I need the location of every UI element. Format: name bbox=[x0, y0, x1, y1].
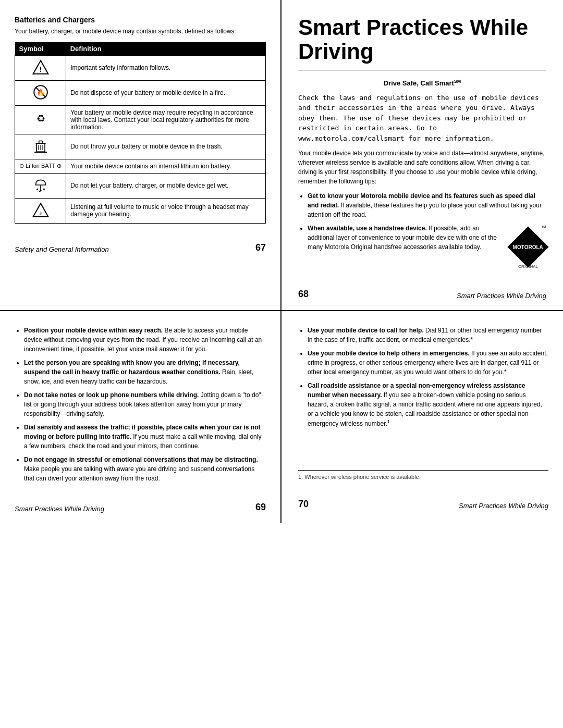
svg-text:♪: ♪ bbox=[39, 209, 42, 216]
definition-cell: Listening at full volume to music or voi… bbox=[66, 198, 266, 223]
handsfree-text: When available, use a handsfree device. … bbox=[308, 224, 505, 252]
batteries-intro: Your battery, charger, or mobile device … bbox=[15, 27, 266, 36]
list-item: Do not engage in stressful or emotional … bbox=[24, 455, 266, 483]
bullets-list: Get to know your Motorola mobile device … bbox=[298, 191, 546, 270]
recycle-icon: ♻ bbox=[32, 110, 49, 127]
svg-point-18 bbox=[43, 188, 44, 190]
hearing-damage-icon: ♪ bbox=[32, 202, 49, 218]
handsfree-row: When available, use a handsfree device. … bbox=[308, 224, 546, 270]
symbol-cell bbox=[15, 134, 66, 159]
symbol-cell: ⊖ Li Ion BATT ⊕ bbox=[15, 159, 66, 173]
body-text: Your mobile device lets you communicate … bbox=[298, 149, 546, 186]
symbol-cell: 🔥 bbox=[15, 80, 66, 105]
bottom-section: Position your mobile device within easy … bbox=[0, 311, 563, 523]
footnote-divider bbox=[298, 470, 548, 471]
batteries-title: Batteries and Chargers bbox=[15, 16, 266, 24]
bottom-left-footer: Smart Practices While Driving 69 bbox=[15, 499, 266, 513]
motorola-diamond: MOTOROLA bbox=[507, 227, 548, 268]
symbols-table: Symbol Definition ! Important safety bbox=[15, 42, 266, 224]
definition-cell: Your mobile device contains an internal … bbox=[66, 159, 266, 173]
svg-text:!: ! bbox=[39, 65, 42, 73]
bottom-right-col: Use your mobile device to call for help.… bbox=[282, 311, 563, 523]
top-right-col: Smart Practices While Driving Drive Safe… bbox=[282, 0, 563, 310]
definition-cell: Do not let your battery, charger, or mob… bbox=[66, 173, 266, 198]
symbol-cell: ♪ bbox=[15, 198, 66, 223]
list-item: Use your mobile device to help others in… bbox=[308, 349, 548, 377]
warning-triangle-icon: ! bbox=[32, 59, 49, 76]
definition-cell: Important safety information follows. bbox=[66, 55, 266, 80]
footer-label-70: Smart Practices While Driving bbox=[459, 502, 548, 510]
no-trash-icon bbox=[32, 138, 49, 154]
page-number: 67 bbox=[255, 242, 266, 253]
list-item: Dial sensibly and assess the traffic; if… bbox=[24, 423, 266, 451]
page-number-70: 70 bbox=[298, 499, 309, 510]
svg-text:🔥: 🔥 bbox=[36, 89, 45, 97]
bottom-bullets-left: Position your mobile device within easy … bbox=[15, 326, 266, 483]
table-row: Do not let your battery, charger, or mob… bbox=[15, 173, 266, 198]
motorola-logo: ™ MOTOROLA ORIGINAL bbox=[510, 224, 546, 270]
list-item: When available, use a handsfree device. … bbox=[308, 224, 546, 270]
svg-point-17 bbox=[40, 190, 41, 191]
svg-point-16 bbox=[36, 188, 38, 190]
table-row: ⊖ Li Ion BATT ⊕ Your mobile device conta… bbox=[15, 159, 266, 173]
footnote-section: 1. Wherever wireless phone service is av… bbox=[298, 470, 548, 480]
definition-cell: Do not dispose of your battery or mobile… bbox=[66, 80, 266, 105]
list-item: Use your mobile device to call for help.… bbox=[308, 326, 548, 344]
symbol-col-header: Symbol bbox=[15, 42, 66, 56]
no-fire-icon: 🔥 bbox=[32, 84, 49, 101]
page-number-68: 68 bbox=[298, 289, 309, 300]
list-item: Get to know your Motorola mobile device … bbox=[308, 191, 546, 219]
svg-text:♻: ♻ bbox=[36, 114, 45, 125]
list-item: Position your mobile device within easy … bbox=[24, 326, 266, 354]
symbol-cell: ! bbox=[15, 55, 66, 80]
list-item: Let the person you are speaking with kno… bbox=[24, 358, 266, 386]
bottom-right-footer: 70 Smart Practices While Driving bbox=[298, 496, 548, 510]
list-item: Do not take notes or look up phone numbe… bbox=[24, 390, 266, 418]
motorola-logo-text: MOTOROLA bbox=[513, 244, 543, 251]
divider-line bbox=[298, 70, 546, 70]
footer-label-68: Smart Practices While Driving bbox=[457, 292, 546, 300]
page-number-69: 69 bbox=[255, 502, 266, 513]
intro-bold-text: Check the laws and regulations on the us… bbox=[298, 93, 546, 144]
no-wet-icon bbox=[32, 177, 49, 193]
bottom-bullets-right: Use your mobile device to call for help.… bbox=[298, 326, 548, 428]
definition-cell: Your battery or mobile device may requir… bbox=[66, 105, 266, 134]
footer-label: Safety and General Information bbox=[15, 245, 109, 253]
top-left-footer: Safety and General Information 67 bbox=[15, 239, 266, 253]
table-row: ♻ Your battery or mobile device may requ… bbox=[15, 105, 266, 134]
definition-col-header: Definition bbox=[66, 42, 266, 56]
top-right-footer: 68 Smart Practices While Driving bbox=[298, 286, 546, 300]
table-row: ! Important safety information follows. bbox=[15, 55, 266, 80]
bottom-left-col: Position your mobile device within easy … bbox=[0, 311, 282, 523]
table-row: 🔥 Do not dispose of your battery or mobi… bbox=[15, 80, 266, 105]
symbol-cell bbox=[15, 173, 66, 198]
top-left-col: Batteries and Chargers Your battery, cha… bbox=[0, 0, 282, 310]
list-item: Call roadside assistance or a special no… bbox=[308, 381, 548, 428]
top-section: Batteries and Chargers Your battery, cha… bbox=[0, 0, 563, 311]
battery-icon: ⊖ Li Ion BATT ⊕ bbox=[19, 163, 62, 169]
drive-safe-header: Drive Safe, Call SmartSM bbox=[298, 79, 546, 87]
big-title: Smart Practices While Driving bbox=[298, 16, 546, 64]
symbol-cell: ♻ bbox=[15, 105, 66, 134]
table-row: Do not throw your battery or mobile devi… bbox=[15, 134, 266, 159]
definition-cell: Do not throw your battery or mobile devi… bbox=[66, 134, 266, 159]
table-row: ♪ Listening at full volume to music or v… bbox=[15, 198, 266, 223]
page-wrapper: Batteries and Chargers Your battery, cha… bbox=[0, 0, 563, 523]
footer-label-69: Smart Practices While Driving bbox=[15, 505, 104, 513]
footnote-text: 1. Wherever wireless phone service is av… bbox=[298, 474, 548, 480]
